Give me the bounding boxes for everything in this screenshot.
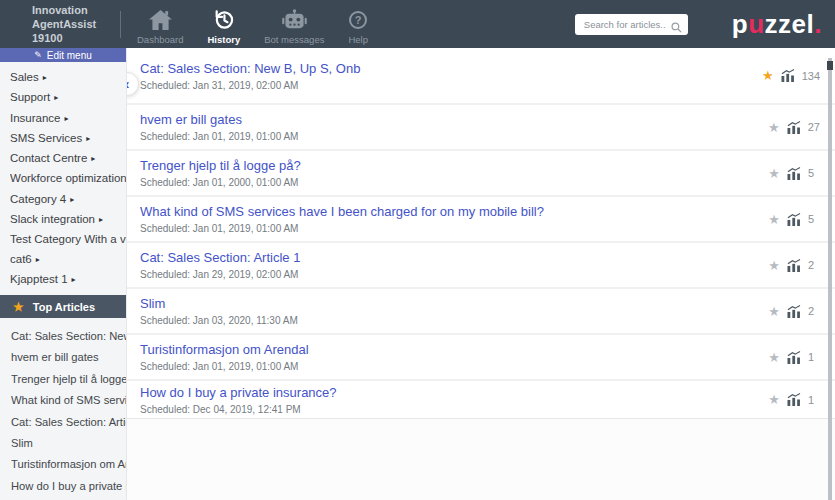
nav-help[interactable]: ? Help: [348, 4, 368, 45]
article-scheduled: Scheduled: Dec 04, 2019, 12:41 PM: [140, 404, 337, 415]
nav-label: History: [207, 34, 240, 45]
article-info: Cat: Sales Section: Article 1Scheduled: …: [140, 250, 300, 280]
top-article-link[interactable]: What kind of SMS services h...: [11, 390, 126, 411]
stats-chart-icon: [787, 121, 801, 134]
app-title: Innovation AgentAssist 19100: [32, 3, 120, 46]
favorite-star-icon[interactable]: ★: [768, 351, 780, 364]
puzzel-logo: puzzel.: [732, 9, 822, 40]
sidebar-category[interactable]: Workforce optimization▸: [10, 169, 126, 189]
help-question-glyph: ?: [349, 11, 367, 29]
sidebar-category[interactable]: Kjapptest 1▸: [10, 270, 126, 290]
nav-label: Dashboard: [137, 34, 183, 45]
sidebar-category[interactable]: Slack integration▸: [10, 210, 126, 230]
article-row[interactable]: How do I buy a private insurance?Schedul…: [127, 381, 835, 419]
view-count: 5: [808, 167, 820, 179]
search-icon[interactable]: [671, 19, 682, 37]
stats-chart-icon: [787, 305, 801, 318]
expand-arrow-icon: ▸: [43, 73, 47, 82]
nav-label: Bot messages: [264, 34, 324, 45]
nav-bot-messages[interactable]: Bot messages: [264, 4, 324, 45]
sidebar-category[interactable]: Sales▸: [10, 68, 126, 88]
top-articles-header: ★ Top Articles: [0, 295, 126, 318]
article-scheduled: Scheduled: Jan 01, 2019, 01:00 AM: [140, 223, 544, 234]
article-stats: ★2: [768, 259, 820, 272]
favorite-star-icon[interactable]: ★: [768, 393, 780, 406]
favorite-star-icon[interactable]: ★: [762, 69, 774, 82]
expand-arrow-icon: ▸: [91, 154, 95, 163]
view-count: 134: [802, 70, 820, 82]
sidebar-category[interactable]: Insurance▸: [10, 109, 126, 129]
article-stats: ★1: [768, 351, 820, 364]
top-article-link[interactable]: Cat: Sales Section: New B, U...: [11, 326, 126, 347]
sidebar-category[interactable]: Test Category With a very lo...: [10, 230, 126, 249]
article-row[interactable]: SlimScheduled: Jan 03, 2020, 11:30 AM★2: [127, 289, 835, 335]
star-icon: ★: [13, 300, 24, 314]
article-row[interactable]: Trenger hjelp til å logge på?Scheduled: …: [127, 151, 835, 197]
expand-arrow-icon: ▸: [99, 215, 103, 224]
article-row[interactable]: Cat: Sales Section: Article 1Scheduled: …: [127, 243, 835, 289]
logo-text: zzel: [765, 9, 815, 39]
article-row[interactable]: Cat: Sales Section: New B, Up S, OnbSche…: [127, 48, 835, 105]
favorite-star-icon[interactable]: ★: [768, 167, 780, 180]
favorite-star-icon[interactable]: ★: [768, 305, 780, 318]
article-row[interactable]: Turistinformasjon om ArendalScheduled: J…: [127, 335, 835, 381]
favorite-star-icon[interactable]: ★: [768, 213, 780, 226]
top-article-link[interactable]: Trenger hjelp til å logge på?: [11, 369, 126, 390]
article-info: How do I buy a private insurance?Schedul…: [140, 385, 337, 415]
nav-dashboard[interactable]: Dashboard: [137, 4, 183, 45]
top-article-link[interactable]: Turistinformasjon om Arendal: [11, 454, 126, 475]
article-list: Cat: Sales Section: New B, Up S, OnbSche…: [127, 48, 835, 419]
stats-chart-icon: [787, 167, 801, 180]
article-title-link[interactable]: Trenger hjelp til å logge på?: [140, 158, 301, 173]
article-stats: ★134: [762, 69, 820, 82]
edit-menu-button[interactable]: ✎ Edit menu: [0, 48, 126, 62]
article-title-link[interactable]: hvem er bill gates: [140, 112, 298, 127]
article-stats: ★1: [768, 393, 820, 406]
article-scheduled: Scheduled: Jan 29, 2019, 02:00 AM: [140, 269, 300, 280]
expand-arrow-icon: ▸: [70, 195, 74, 204]
article-title-link[interactable]: Turistinformasjon om Arendal: [140, 342, 309, 357]
article-info: Cat: Sales Section: New B, Up S, OnbSche…: [140, 61, 360, 91]
article-title-link[interactable]: How do I buy a private insurance?: [140, 385, 337, 400]
sidebar-category[interactable]: cat6▸: [10, 250, 126, 270]
sidebar-category[interactable]: Contact Centre▸: [10, 149, 126, 169]
home-icon: [149, 9, 172, 32]
help-icon: ?: [349, 9, 367, 32]
main-scrollbar-thumb[interactable]: [827, 61, 833, 70]
category-label: Slack integration: [10, 213, 95, 225]
topbar-right: puzzel.: [575, 9, 835, 40]
article-title-link[interactable]: Cat: Sales Section: Article 1: [140, 250, 300, 265]
article-title-link[interactable]: Cat: Sales Section: New B, Up S, Onb: [140, 61, 360, 76]
favorite-star-icon[interactable]: ★: [768, 259, 780, 272]
top-articles-title: Top Articles: [33, 301, 95, 313]
expand-arrow-icon: ▸: [65, 114, 69, 123]
app-title-line2: 19100: [32, 31, 120, 45]
category-label: Insurance: [10, 112, 61, 124]
favorite-star-icon[interactable]: ★: [768, 121, 780, 134]
nav-history[interactable]: History: [207, 4, 240, 45]
sidebar-category[interactable]: Category 4▸: [10, 190, 126, 210]
article-title-link[interactable]: What kind of SMS services have I been ch…: [140, 204, 544, 219]
article-row[interactable]: hvem er bill gatesScheduled: Jan 01, 201…: [127, 105, 835, 151]
top-article-link[interactable]: How do I buy a private insur...: [11, 476, 126, 497]
stats-chart-icon: [787, 213, 801, 226]
nav-label: Help: [348, 34, 368, 45]
article-row[interactable]: What kind of SMS services have I been ch…: [127, 197, 835, 243]
category-list: Sales▸Support▸Insurance▸SMS Services▸Con…: [0, 62, 126, 295]
sidebar-category[interactable]: SMS Services▸: [10, 129, 126, 149]
expand-arrow-icon: ▸: [36, 255, 40, 264]
edit-menu-label: Edit menu: [47, 50, 92, 61]
article-scheduled: Scheduled: Jan 03, 2020, 11:30 AM: [140, 315, 298, 326]
sidebar-category[interactable]: Support▸: [10, 88, 126, 108]
category-label: Kjapptest 1: [10, 273, 68, 285]
top-bar: Innovation AgentAssist 19100 Dashboard H…: [0, 0, 835, 48]
top-article-link[interactable]: Slim: [11, 433, 126, 454]
main-scrollbar[interactable]: [828, 58, 832, 500]
category-label: Sales: [10, 71, 39, 83]
stats-chart-icon: [781, 69, 795, 82]
top-article-link[interactable]: hvem er bill gates: [11, 347, 126, 368]
agent-assist-app: Innovation AgentAssist 19100 Dashboard H…: [0, 0, 835, 500]
main-nav: Dashboard History Bot messages ? Help: [137, 4, 368, 45]
top-article-link[interactable]: Cat: Sales Section: Article 1: [11, 412, 126, 433]
article-title-link[interactable]: Slim: [140, 296, 298, 311]
